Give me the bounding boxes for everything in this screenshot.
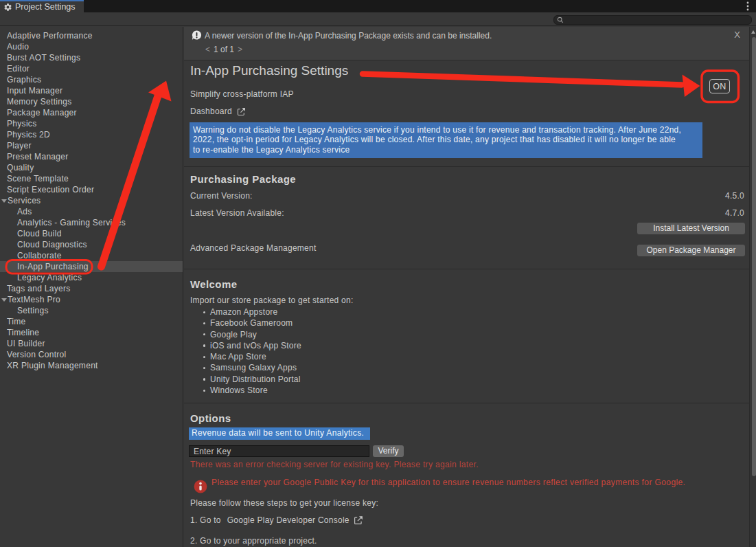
- store-list-item: Samsung Galaxy Apps: [201, 362, 301, 373]
- sidebar-item-collaborate[interactable]: Collaborate: [0, 250, 183, 261]
- install-latest-version-button[interactable]: Install Latest Version: [637, 223, 745, 234]
- google-play-console-link[interactable]: Google Play Developer Console: [227, 515, 350, 525]
- purchasing-package-heading: Purchasing Package: [190, 173, 296, 185]
- welcome-heading: Welcome: [190, 278, 237, 290]
- step-1-prefix: 1. Go to: [190, 515, 221, 525]
- sidebar-item-version-control[interactable]: Version Control: [0, 349, 183, 360]
- store-list-item: Windows Store: [201, 385, 301, 396]
- sidebar-item-in-app-purchasing[interactable]: In-App Purchasing: [0, 261, 183, 272]
- store-list-item: Amazon Appstore: [201, 306, 301, 317]
- external-link-icon: [354, 515, 363, 525]
- sidebar-item-xr-plugin-management[interactable]: XR Plugin Management: [0, 360, 183, 371]
- sidebar-item-analytics-gaming-services[interactable]: Analytics - Gaming Services: [0, 217, 183, 228]
- sidebar-item-script-execution-order[interactable]: Script Execution Order: [0, 184, 183, 195]
- sidebar-item-editor[interactable]: Editor: [0, 63, 183, 74]
- sidebar-item-burst-aot-settings[interactable]: Burst AOT Settings: [0, 52, 183, 63]
- sidebar-item-package-manager[interactable]: Package Manager: [0, 107, 183, 118]
- sidebar-item-physics[interactable]: Physics: [0, 118, 183, 129]
- sidebar-item-audio[interactable]: Audio: [0, 41, 183, 52]
- legacy-analytics-warning-box: Warning do not disable the Legacy Analyt…: [190, 122, 702, 158]
- settings-toolbar: [0, 12, 756, 26]
- package-update-notification: A newer version of the In-App Purchasing…: [184, 27, 749, 60]
- sidebar-item-physics-2d[interactable]: Physics 2D: [0, 129, 183, 140]
- unity-project-settings-window: Project Settings Adaptive Performance Au…: [0, 0, 756, 547]
- search-field[interactable]: [553, 15, 752, 25]
- gear-icon: [3, 3, 12, 12]
- sidebar-item-cloud-diagnostics[interactable]: Cloud Diagnostics: [0, 239, 183, 250]
- warning-line: Warning do not disable the Legacy Analyt…: [193, 125, 699, 135]
- vertical-scrollbar[interactable]: [749, 27, 756, 547]
- in-app-purchasing-panel: A newer version of the In-App Purchasing…: [184, 27, 749, 547]
- advanced-package-management-label: Advanced Package Management: [190, 244, 317, 253]
- pager-next-button[interactable]: >: [234, 45, 246, 54]
- step-2-text: 2. Go to your appropriate project.: [190, 536, 317, 546]
- simplify-iap-label: Simplify cross-platform IAP: [190, 90, 294, 99]
- open-package-manager-button[interactable]: Open Package Manager: [637, 245, 745, 256]
- page-title: In-App Purchasing Settings: [190, 63, 348, 78]
- section-divider: [184, 403, 749, 403]
- latest-version-row: Latest Version Available: 4.7.0: [190, 209, 744, 218]
- notification-message: A newer version of the In-App Purchasing…: [205, 31, 492, 41]
- sidebar-item-scene-template[interactable]: Scene Template: [0, 173, 183, 184]
- step-1-row: 1. Go to Google Play Developer Console: [190, 515, 363, 525]
- sidebar-item-preset-manager[interactable]: Preset Manager: [0, 151, 183, 162]
- pager-prev-button[interactable]: <: [205, 45, 214, 54]
- section-divider: [184, 269, 749, 269]
- settings-category-list: Adaptive Performance Audio Burst AOT Set…: [0, 27, 183, 547]
- current-version-label: Current Version:: [190, 192, 253, 201]
- sidebar-item-player[interactable]: Player: [0, 140, 183, 151]
- store-list: Amazon Appstore Facebook Gameroom Google…: [201, 306, 301, 396]
- foldout-arrow-icon[interactable]: [1, 298, 7, 302]
- sidebar-item-label: TextMesh Pro: [8, 295, 60, 304]
- revenue-analytics-note: Revenue data will be sent to Unity Analy…: [189, 427, 370, 440]
- sidebar-item-graphics[interactable]: Graphics: [0, 74, 183, 85]
- tab-title: Project Settings: [15, 2, 76, 12]
- current-version-value: 4.5.0: [725, 192, 744, 201]
- latest-version-label: Latest Version Available:: [190, 209, 284, 218]
- sidebar-item-textmesh-settings[interactable]: Settings: [0, 305, 183, 316]
- foldout-arrow-icon[interactable]: [1, 199, 7, 203]
- sidebar-item-services[interactable]: Services: [0, 195, 183, 206]
- sidebar-item-label: Services: [8, 196, 41, 205]
- latest-version-value: 4.7.0: [725, 209, 744, 218]
- info-bubble-icon: [192, 30, 202, 41]
- sidebar-item-ads[interactable]: Ads: [0, 206, 183, 217]
- key-check-error-text: There was an error checking server for e…: [190, 460, 479, 469]
- error-info-icon: [194, 480, 207, 493]
- sidebar-item-timeline[interactable]: Timeline: [0, 327, 183, 338]
- sidebar-item-ui-builder[interactable]: UI Builder: [0, 338, 183, 349]
- sidebar-item-cloud-build[interactable]: Cloud Build: [0, 228, 183, 239]
- google-key-warning-text: Please enter your Google Public Key for …: [211, 478, 685, 487]
- sidebar-item-quality[interactable]: Quality: [0, 162, 183, 173]
- scrollbar-thumb[interactable]: [752, 37, 756, 476]
- warning-line: to re-enable the Legacy Analytics servic…: [193, 145, 699, 155]
- sidebar-item-time[interactable]: Time: [0, 316, 183, 327]
- sidebar-item-memory-settings[interactable]: Memory Settings: [0, 96, 183, 107]
- external-link-icon: [237, 107, 246, 116]
- sidebar-item-adaptive-performance[interactable]: Adaptive Performance: [0, 30, 183, 41]
- sidebar-item-textmesh-pro[interactable]: TextMesh Pro: [0, 294, 183, 305]
- store-list-item: iOS and tvOs App Store: [201, 340, 301, 351]
- dashboard-label: Dashboard: [190, 107, 232, 116]
- title-bar: Project Settings: [0, 0, 756, 12]
- tab-project-settings[interactable]: Project Settings: [0, 0, 84, 12]
- current-version-row: Current Version: 4.5.0: [190, 192, 744, 201]
- store-list-item: Mac App Store: [201, 351, 301, 362]
- dashboard-link[interactable]: Dashboard: [190, 107, 246, 116]
- options-heading: Options: [190, 412, 231, 424]
- kebab-menu-icon[interactable]: [743, 1, 753, 11]
- scroll-up-arrow-icon[interactable]: [751, 30, 755, 34]
- sidebar-item-input-manager[interactable]: Input Manager: [0, 85, 183, 96]
- sidebar-item-legacy-analytics[interactable]: Legacy Analytics: [0, 272, 183, 283]
- search-icon: [557, 16, 564, 23]
- verify-button[interactable]: Verify: [373, 445, 404, 457]
- sidebar-item-tags-and-layers[interactable]: Tags and Layers: [0, 283, 183, 294]
- service-toggle-on[interactable]: ON: [709, 79, 730, 93]
- notification-pager: <1 of 1>: [205, 45, 246, 54]
- welcome-intro: Import our store package to get started …: [190, 296, 354, 305]
- close-icon[interactable]: X: [734, 30, 740, 40]
- steps-intro: Please follow these steps to get your li…: [190, 499, 378, 508]
- google-key-input[interactable]: [189, 445, 369, 457]
- store-list-item: Facebook Gameroom: [201, 317, 301, 328]
- step-2-row: 2. Go to your appropriate project.: [190, 536, 317, 546]
